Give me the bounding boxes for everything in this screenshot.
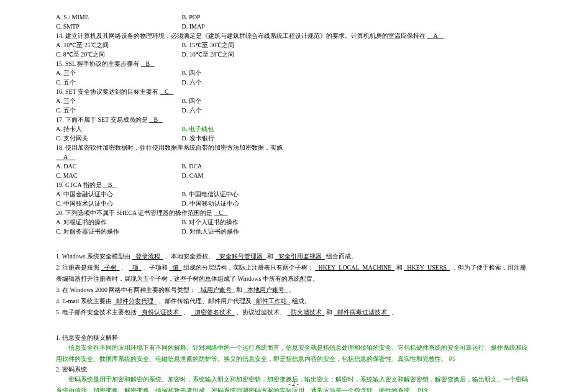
page-number: - 2 -	[0, 380, 587, 387]
q18-stem: 18. 使用加密软件加密数据时，往往使用数据库系统自带的加密方法加密数据，实施	[56, 143, 531, 152]
fill-3: 3. 在 Windows 2000 网络中有两种主要的帐号类型： 域用户账号 和…	[56, 285, 531, 296]
q20-opt-a: A. 对根证书的操作	[56, 217, 180, 227]
q16-opt-c: C. 五个	[56, 106, 180, 115]
fill-5: 5. 电子邮件安全技术主要包括 身份认证技术 、 加密签名技术 、协议过滤技术、…	[56, 307, 531, 318]
q14-opt-c: C. 8℃至 20℃之间	[56, 50, 180, 59]
q16-opt-a: A. 三个	[56, 96, 180, 106]
q15-stem: 15. SSL 握手协议的主要步骤有	[56, 60, 139, 67]
q15-opt-b: B. 四个	[182, 70, 202, 76]
essay1-body: 信息安全在不同的应用环境下有不同的解释。针对网络中的一个运行系统而言，信息安全就…	[56, 342, 531, 365]
q16-opt-b: B. 四个	[182, 98, 202, 104]
q14-opt-d: D. 10℃至 28℃之间	[182, 51, 235, 58]
q19-opt-a: A. 中国金融认证中心	[56, 189, 180, 199]
q15-opt-c: C. 五个	[56, 78, 180, 87]
fill-4: 4. E-mail 系统主要由 邮件分发代理 、邮件传输代理、邮件用户代理及 邮…	[56, 296, 531, 307]
q17-opt-c: C. 支付网关	[56, 134, 180, 143]
q18-opt-a: A. DAC	[56, 162, 180, 171]
q-top-opt-d: D. IMAP	[182, 23, 205, 30]
fill-1: 1. Windows 系统安全模型由 登录流程 、本地安全授权、 安全账号管理器…	[56, 251, 531, 262]
q19-opt-c: C. 中国技术认证中心	[56, 199, 180, 208]
q14-opt-b: B. 15℃至 30℃之间	[182, 42, 234, 48]
q18-answer: A	[56, 153, 75, 160]
q20-opt-c: C. 对服务器证书的操作	[56, 227, 180, 236]
q20-stem: 20. 下列选项中不属于 SHECA 证书管理器的操作范围的是	[56, 209, 212, 216]
q16-stem: 16. SET 安全协议要达到的目标主要有	[56, 88, 158, 95]
q14-stem: 14. 建立计算机及其网络设备的物理环境，必须满足是《建筑与建筑群综合布线系统工…	[56, 32, 425, 39]
q17-opt-b: B. 电子钱包	[182, 125, 214, 132]
q18-opt-b: B. DCA	[182, 163, 202, 170]
q-top-opt-c: C. SMTP	[56, 22, 180, 31]
q16-answer: C	[160, 88, 174, 95]
q15-answer: B	[141, 60, 155, 67]
q17-stem: 17. 下面不属于 SET 交易成员的是	[56, 116, 148, 123]
q18-opt-d: D. CAM	[182, 172, 204, 179]
q14-answer: A	[427, 32, 444, 39]
q16-opt-d: D. 六个	[182, 107, 202, 114]
q17-opt-a: A. 持卡人	[56, 124, 180, 134]
q19-opt-d: D. 中国移动认证中心	[182, 200, 239, 207]
q19-answer: B	[103, 181, 117, 188]
q20-opt-d: D. 对他人证书的操作	[182, 228, 239, 235]
q17-answer: B	[149, 116, 163, 123]
q20-opt-b: B. 对个人证书的操作	[182, 219, 239, 226]
q17-opt-d: D. 发卡银行	[182, 135, 214, 142]
q15-opt-a: A. 三个	[56, 68, 180, 78]
q15-opt-d: D. 六个	[182, 79, 202, 86]
q-top-opt-b: B. POP	[182, 14, 201, 21]
q-top-opt-a: A. S / MIME	[56, 12, 180, 22]
fill-2: 2. 注册表是按照 子树 、 项 、子项和 值 组成的分层结构，实际上注册表只有…	[56, 262, 531, 285]
q18-opt-c: C. MAC	[56, 171, 180, 180]
q19-opt-b: B. 中国电信认证中心	[182, 191, 239, 198]
q19-stem: 19. CTCA 指的是	[56, 181, 102, 188]
essay1-title: 1. 信息安全的狭义解释	[56, 333, 531, 342]
q14-opt-a: A. 10℃至 25℃之间	[56, 40, 180, 50]
q20-answer: C	[214, 209, 228, 216]
essay2-title: 2. 密码系统	[56, 365, 531, 374]
